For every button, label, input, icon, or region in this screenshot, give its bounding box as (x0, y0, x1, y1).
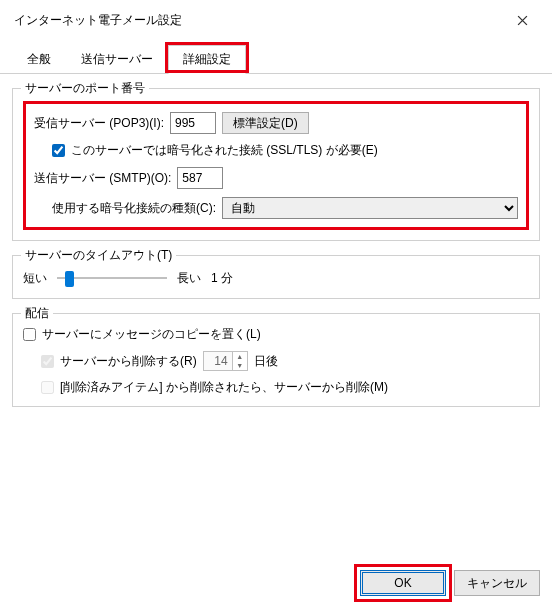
group-server-ports: サーバーのポート番号 受信サーバー (POP3)(I): 標準設定(D) このサ… (12, 88, 540, 241)
cancel-button[interactable]: キャンセル (454, 570, 540, 596)
tab-general[interactable]: 全般 (12, 45, 66, 74)
ssl-checkbox[interactable] (52, 144, 65, 157)
days-suffix: 日後 (254, 353, 278, 370)
slider-thumb[interactable] (65, 271, 74, 287)
remove-after-days-spinner: ▲ ▼ (203, 351, 248, 371)
server-ports-highlight: 受信サーバー (POP3)(I): 標準設定(D) このサーバーでは暗号化された… (23, 101, 529, 230)
defaults-button[interactable]: 標準設定(D) (222, 112, 309, 134)
ok-highlight: OK (360, 570, 446, 596)
remove-deleted-label: [削除済みアイテム] から削除されたら、サーバーから削除(M) (60, 379, 388, 396)
tab-advanced[interactable]: 詳細設定 (168, 45, 246, 74)
smtp-label: 送信サーバー (SMTP)(O): (34, 170, 171, 187)
timeout-slider[interactable] (57, 268, 167, 288)
remove-deleted-checkbox (41, 381, 54, 394)
encryption-label: 使用する暗号化接続の種類(C): (52, 200, 216, 217)
group-timeout-title: サーバーのタイムアウト(T) (21, 247, 176, 264)
tab-outgoing[interactable]: 送信サーバー (66, 45, 168, 74)
close-icon (517, 15, 528, 26)
leave-copy-label: サーバーにメッセージのコピーを置く(L) (42, 326, 261, 343)
group-delivery-title: 配信 (21, 305, 53, 322)
timeout-short-label: 短い (23, 270, 47, 287)
window-title: インターネット電子メール設定 (14, 12, 182, 29)
group-timeout: サーバーのタイムアウト(T) 短い 長い 1 分 (12, 255, 540, 299)
spinner-up-icon: ▲ (233, 352, 247, 361)
encryption-select[interactable]: 自動 (222, 197, 518, 219)
group-server-ports-title: サーバーのポート番号 (21, 80, 149, 97)
close-button[interactable] (502, 8, 542, 32)
remove-after-label: サーバーから削除する(R) (60, 353, 197, 370)
group-delivery: 配信 サーバーにメッセージのコピーを置く(L) サーバーから削除する(R) ▲ … (12, 313, 540, 407)
leave-copy-checkbox[interactable] (23, 328, 36, 341)
timeout-long-label: 長い (177, 270, 201, 287)
spinner-down-icon: ▼ (233, 361, 247, 370)
timeout-value: 1 分 (211, 270, 233, 287)
remove-after-days-input (204, 352, 232, 370)
ok-button[interactable]: OK (360, 570, 446, 596)
pop3-port-input[interactable] (170, 112, 216, 134)
smtp-port-input[interactable] (177, 167, 223, 189)
tab-bar: 全般 送信サーバー 詳細設定 (0, 44, 552, 74)
pop3-label: 受信サーバー (POP3)(I): (34, 115, 164, 132)
ssl-checkbox-label: このサーバーでは暗号化された接続 (SSL/TLS) が必要(E) (71, 142, 378, 159)
remove-after-checkbox (41, 355, 54, 368)
